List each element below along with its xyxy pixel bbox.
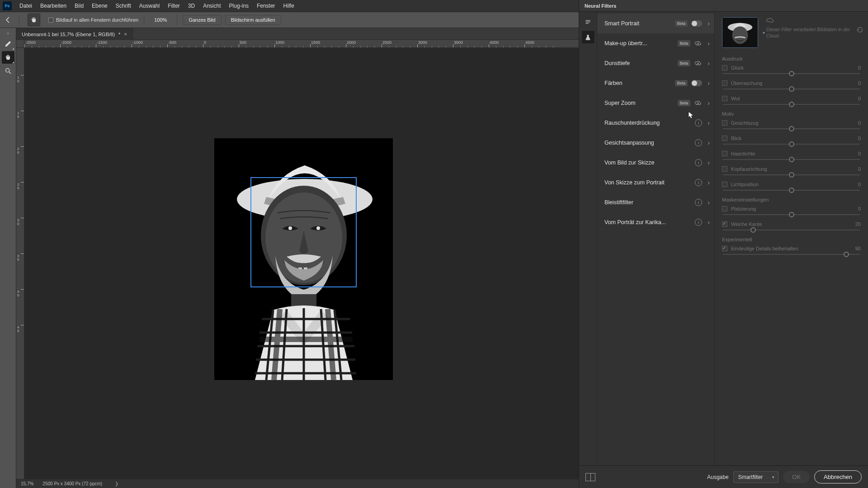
download-icon[interactable]	[694, 59, 702, 67]
toolbar-collapse-icon[interactable]: »	[7, 30, 9, 37]
info-icon[interactable]: i	[695, 159, 702, 166]
download-icon[interactable]	[694, 39, 702, 47]
checkbox-icon[interactable]	[48, 18, 53, 23]
close-tab-icon[interactable]: ×	[124, 31, 127, 38]
slider-thumb[interactable]	[789, 172, 794, 178]
svg-point-12	[288, 226, 292, 230]
slider-track[interactable]	[723, 190, 860, 191]
zoom-tool[interactable]	[2, 65, 14, 77]
slider-track[interactable]	[723, 144, 860, 145]
slider-thumb[interactable]	[789, 141, 794, 147]
menu-3d[interactable]: 3D	[184, 0, 199, 12]
menu-schrift[interactable]: Schrift	[112, 0, 135, 12]
slider-thumb[interactable]	[844, 252, 849, 257]
filter-category-featured-icon[interactable]	[582, 15, 594, 28]
slider-thumb[interactable]	[750, 227, 756, 233]
info-icon[interactable]: i	[695, 199, 702, 206]
fit-full-button[interactable]: Ganzes Bild	[183, 15, 221, 25]
slider-checkbox[interactable]	[722, 206, 727, 211]
ok-button[interactable]: OK	[783, 471, 810, 483]
slider-track[interactable]	[723, 73, 860, 74]
filter-item[interactable]: Von Skizze zum Portraiti›	[597, 173, 714, 192]
status-chevron-icon[interactable]: ❯	[115, 481, 118, 486]
filter-item[interactable]: Vom Bild zur Skizzei›	[597, 153, 714, 173]
info-icon[interactable]: i	[695, 179, 702, 186]
slider-checkbox[interactable]	[722, 65, 727, 70]
menu-hilfe[interactable]: Hilfe	[279, 0, 298, 12]
fit-screen-button[interactable]: Bildschirm ausfüllen	[225, 15, 281, 25]
slider-checkbox[interactable]	[722, 96, 727, 101]
slider-thumb[interactable]	[789, 126, 794, 131]
cancel-button[interactable]: Abbrechen	[814, 470, 862, 483]
filter-item[interactable]: Super ZoomBeta›	[597, 93, 714, 113]
hand-tool-icon[interactable]	[28, 14, 40, 26]
filter-item[interactable]: Vom Porträt zur Karika...i›	[597, 212, 714, 232]
slider-track[interactable]	[723, 174, 860, 175]
slider-checkbox[interactable]	[722, 80, 727, 86]
document-image[interactable]	[214, 138, 393, 380]
slider-thumb[interactable]	[789, 102, 794, 107]
slider-checkbox[interactable]	[722, 120, 727, 126]
menu-fenster[interactable]: Fenster	[253, 0, 279, 12]
before-after-icon[interactable]	[585, 473, 595, 481]
slider-value: 0	[858, 206, 861, 211]
menu-bild[interactable]: Bild	[71, 0, 88, 12]
slider-thumb[interactable]	[789, 157, 794, 162]
ruler-vertical[interactable]: 1015202530354045	[16, 48, 24, 479]
filter-toggle[interactable]	[691, 20, 702, 27]
slider-checkbox[interactable]	[722, 151, 727, 156]
menu-plugins[interactable]: Plug-ins	[225, 0, 253, 12]
slider-checkbox[interactable]	[722, 221, 727, 227]
filter-item[interactable]: FärbenBeta›	[597, 73, 714, 93]
slider-track[interactable]	[723, 104, 860, 105]
slider-checkbox[interactable]	[722, 166, 727, 172]
status-docinfo[interactable]: 2500 Px x 3400 Px (72 ppcm)	[42, 481, 102, 486]
slider-track[interactable]	[723, 128, 860, 129]
edit-toolbar-tool[interactable]	[2, 38, 14, 50]
slider-track[interactable]	[723, 230, 860, 230]
status-zoom[interactable]: 15,7%	[21, 481, 33, 486]
slider-label: Eindeutige Details beibehalten	[731, 246, 852, 251]
menu-ebene[interactable]: Ebene	[88, 0, 112, 12]
filter-toggle[interactable]	[691, 80, 702, 86]
filter-item[interactable]: Rauschunterdrückungi›	[597, 113, 714, 133]
slider-thumb[interactable]	[789, 188, 794, 193]
filter-category-beta-icon[interactable]	[582, 31, 594, 43]
ruler-origin[interactable]	[16, 40, 24, 48]
info-icon[interactable]: i	[695, 219, 702, 226]
menu-ansicht[interactable]: Ansicht	[199, 0, 225, 12]
slider-track[interactable]	[723, 214, 860, 215]
filter-item[interactable]: Gesichtsanpassungi›	[597, 133, 714, 153]
slider-track[interactable]	[723, 159, 860, 160]
menu-auswahl[interactable]: Auswahl	[135, 0, 164, 12]
home-back-icon[interactable]	[3, 14, 14, 25]
hand-tool[interactable]	[2, 51, 14, 64]
chevron-right-icon: ›	[708, 119, 710, 127]
slider-checkbox[interactable]	[722, 182, 727, 187]
slider-checkbox[interactable]	[722, 136, 727, 141]
filter-item[interactable]: Make-up übertr...Beta›	[597, 33, 714, 53]
document-tab[interactable]: Unbenannt-1 bei 15,7% (Ebene 1, RGB/8) *…	[16, 28, 133, 39]
slider-thumb[interactable]	[789, 71, 794, 76]
menu-filter[interactable]: Filter	[164, 0, 184, 12]
chevron-right-icon: ›	[708, 199, 710, 206]
menu-bearbeiten[interactable]: Bearbeiten	[36, 0, 71, 12]
slider-checkbox[interactable]	[722, 246, 727, 251]
slider-thumb[interactable]	[789, 86, 794, 92]
zoom-value[interactable]: 100%	[150, 16, 171, 23]
info-icon[interactable]: i	[695, 119, 702, 127]
slider-track[interactable]	[723, 89, 860, 89]
face-thumbnail[interactable]: ▾	[722, 17, 758, 48]
slider-value: 0	[858, 166, 861, 172]
filter-item[interactable]: Smart PortraitBeta›	[597, 14, 714, 33]
menu-datei[interactable]: Datei	[15, 0, 36, 12]
output-select[interactable]: Smartfilter ▾	[733, 471, 779, 483]
download-icon[interactable]	[694, 99, 702, 107]
filter-item[interactable]: DunsttiefeBeta›	[597, 53, 714, 73]
info-icon[interactable]: i	[695, 139, 702, 146]
face-thumbnail-dropdown-icon[interactable]: ▾	[763, 30, 765, 35]
slider-track[interactable]	[723, 254, 860, 255]
scroll-all-checkbox[interactable]: Bildlauf in allen Fenstern durchführen	[48, 17, 138, 23]
slider-thumb[interactable]	[789, 212, 794, 217]
filter-item[interactable]: Bleistiftfilteri›	[597, 192, 714, 212]
